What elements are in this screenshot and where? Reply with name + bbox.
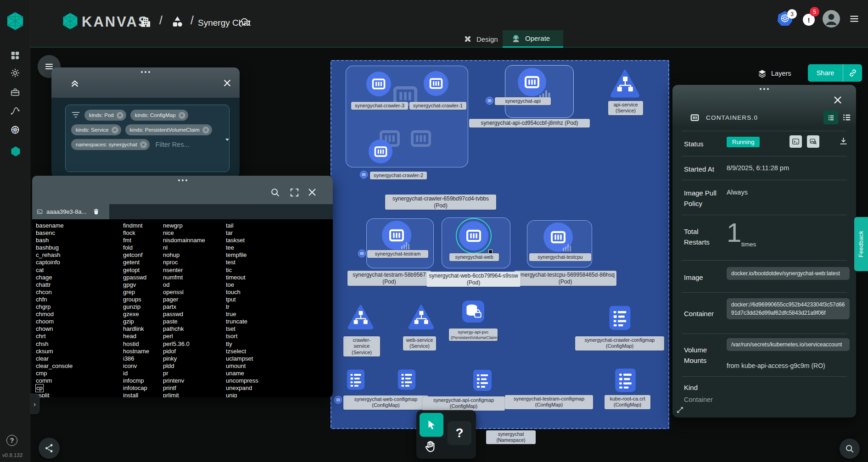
pvc-node-synergy-api-pvc[interactable] [462, 297, 485, 326]
collapse-icon[interactable] [70, 78, 80, 89]
configmap-node-web-configmap[interactable] [345, 367, 366, 392]
node-label[interactable]: synergychat-web-configmap (ConfigMap) [343, 395, 428, 410]
image-inspect-button[interactable] [807, 135, 819, 148]
tab-operate[interactable]: Operate [503, 30, 563, 48]
node-label[interactable]: api-service (Service) [608, 101, 643, 115]
expand-panel-icon[interactable] [676, 406, 684, 414]
node-label[interactable]: synergychat-web-6ccb79f964-s9ssw (Pod) [426, 272, 521, 287]
sidebar-item-kanvas-active[interactable] [10, 146, 21, 157]
filter-chip[interactable]: kinds: Pod× [84, 110, 126, 121]
filter-chip[interactable]: kinds: ConfigMap× [130, 110, 188, 121]
quick-actions-button[interactable] [39, 438, 60, 459]
node-label[interactable]: synergychat-testram-58b9567 (Pod) [347, 271, 431, 286]
trash-icon[interactable] [93, 208, 100, 215]
configmap-node-crawler-configmap[interactable] [607, 304, 633, 332]
close-icon[interactable] [222, 78, 232, 88]
compact-view-button[interactable] [823, 111, 838, 124]
node-label[interactable]: synergychat-api-cd954ccbf-j8mhz (Pod) [469, 119, 590, 128]
drag-handle-icon[interactable] [672, 88, 856, 90]
sidebar-item-toolkit[interactable] [10, 87, 21, 98]
pan-hand-icon[interactable] [424, 440, 437, 453]
pod-node-crawler-3[interactable] [366, 72, 391, 96]
sidebar-item-dashboard[interactable] [10, 50, 21, 61]
configmap-node-kube-root-ca[interactable] [613, 367, 638, 394]
search-icon[interactable] [270, 187, 280, 198]
configmap-node-api-configmap[interactable] [396, 367, 417, 392]
service-node-crawler-service[interactable] [347, 302, 374, 332]
node-label[interactable]: synergychat-crawler-659bd97cd4-tvbbs (Po… [385, 195, 496, 210]
terminal-body[interactable]: basenamefindmntnewgrptailbasencflocknice… [32, 219, 333, 397]
node-label[interactable]: synergychat-api [495, 97, 551, 105]
node-label[interactable]: synergychat-crawler-3 [351, 102, 408, 110]
avatar[interactable] [823, 10, 840, 28]
select-tool-button[interactable] [420, 413, 443, 437]
chip-remove-icon[interactable]: × [117, 112, 123, 119]
filter-input[interactable]: kinds: Pod×kinds: ConfigMap×kinds: Servi… [65, 105, 230, 172]
copy-link-button[interactable] [843, 64, 862, 82]
download-logs-button[interactable] [839, 136, 848, 146]
terminal-command: tar [226, 229, 333, 237]
organization-icon[interactable] [140, 16, 152, 29]
tab-design[interactable]: Design [455, 30, 506, 48]
sidebar-item-helm[interactable] [10, 125, 21, 136]
service-node-web-service[interactable] [408, 302, 435, 332]
pod-node-crawler-2[interactable] [369, 139, 392, 163]
pod-node-crawler-1[interactable] [424, 71, 448, 96]
terminal-command: nohup [163, 251, 226, 259]
sidebar-item-settings[interactable] [10, 68, 21, 79]
volume-mounts-value[interactable]: /var/run/secrets/kubernetes.io/serviceac… [727, 338, 850, 351]
node-label[interactable]: crawler-service (Service) [343, 336, 380, 356]
node-label[interactable]: synergychat-crawler-configmap (ConfigMap… [575, 336, 664, 351]
share-button[interactable]: Share [808, 64, 843, 82]
node-label[interactable]: synergychat-testcpu-569958465d-86hsq (Po… [514, 271, 616, 286]
filter-chip[interactable]: kinds: Service× [71, 124, 121, 135]
sidebar-expand-chevron[interactable]: › [30, 394, 39, 414]
drag-handle-icon[interactable] [51, 71, 240, 73]
service-node-api-service[interactable] [610, 69, 640, 98]
terminal-header[interactable] [32, 176, 333, 204]
chip-remove-icon[interactable]: × [179, 112, 185, 119]
filter-panel-header[interactable] [51, 67, 240, 98]
node-label[interactable]: synergychat-api-configmap (ConfigMap) [422, 396, 505, 411]
kanvas-logo-icon[interactable] [61, 12, 79, 30]
terminal-command: toe [226, 281, 333, 289]
list-view-button[interactable] [842, 112, 852, 122]
help-button[interactable]: ? [6, 435, 17, 446]
node-label[interactable]: kube-root-ca.crt (ConfigMap) [605, 395, 650, 409]
drag-handle-icon[interactable] [32, 179, 333, 181]
chip-remove-icon[interactable]: × [112, 127, 118, 134]
filter-chip[interactable]: kinds: PersistentVolumeClaim× [125, 124, 212, 135]
node-label[interactable]: web-service (Service) [403, 336, 436, 351]
help-tool-button[interactable]: ? [448, 421, 471, 445]
exec-terminal-button[interactable] [790, 135, 802, 148]
layers-button[interactable]: Layers [757, 65, 791, 82]
node-label[interactable]: synergychat-testcpu [529, 253, 591, 261]
filter-placeholder[interactable]: Filter Res... [156, 141, 190, 148]
close-icon[interactable] [307, 187, 318, 198]
node-label[interactable]: synergy-api-pvc (PersistentVolumeClaim) [449, 328, 498, 341]
configmap-node-testram-configmap[interactable] [471, 367, 493, 394]
feedback-tab[interactable]: Feedback [854, 217, 868, 271]
brand-name[interactable]: KANVAS [82, 14, 149, 30]
terminal-tab[interactable]: aaaa39e3-8a... [32, 204, 109, 219]
node-label[interactable]: synergychat-crawler-1 [409, 102, 466, 110]
meshery-logo[interactable] [5, 11, 25, 31]
chip-remove-icon[interactable]: × [140, 141, 147, 148]
filter-chip[interactable]: namespaces: synergychat× [71, 139, 150, 150]
sidebar-item-connections[interactable] [10, 106, 21, 117]
chevron-down-icon[interactable] [223, 135, 231, 144]
designs-icon[interactable] [171, 15, 184, 29]
node-label[interactable]: synergychat-testram-configmap (ConfigMap… [505, 395, 593, 409]
image-value[interactable]: docker.io/bootdotdev/synergychat-web:lat… [727, 267, 850, 280]
close-icon[interactable] [832, 95, 843, 106]
zoom-button[interactable] [840, 439, 860, 459]
node-label[interactable]: synergychat-web [449, 253, 499, 261]
node-label-namespace[interactable]: synergychat (Namespace) [486, 430, 536, 444]
app-menu-icon[interactable] [848, 13, 860, 24]
container-value[interactable]: docker://6d96990655cc952b4423304f3c57d66… [727, 298, 850, 319]
node-label[interactable]: synergychat-testram [367, 250, 428, 258]
fullscreen-icon[interactable] [289, 187, 300, 198]
node-label[interactable]: synergychat-crawler-2 [370, 172, 427, 179]
pod-group-crawler[interactable] [346, 66, 468, 167]
chip-remove-icon[interactable]: × [202, 127, 209, 134]
